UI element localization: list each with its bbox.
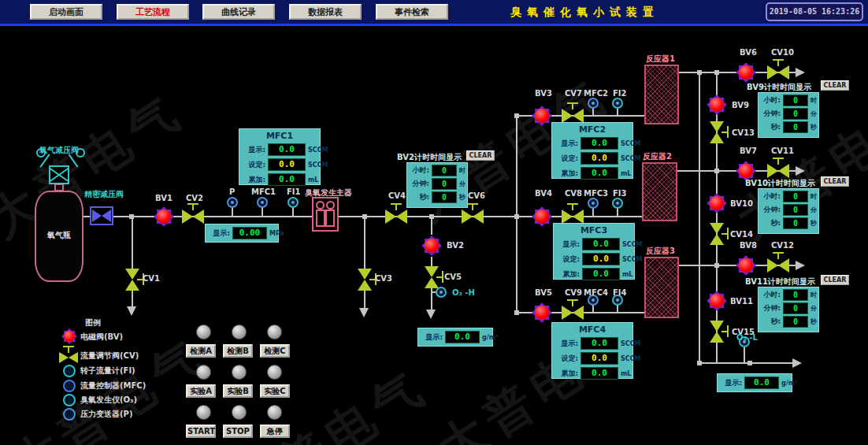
start-button[interactable]: START [186,425,216,438]
row-label: 显示: [421,332,443,343]
mfc2-sensor-icon [588,98,599,109]
row-label: 分钟: [760,205,781,215]
flow-arrow-down [127,306,136,316]
display-value: 0.0 [582,238,620,250]
bv11-timer-clear-button[interactable]: CLEAR [821,275,849,285]
mfc3-panel: MFC3 显示:0.0SCCM 设定:0.0SCCM 累加:0.0mL [553,223,635,280]
row-label: 累加: [556,269,580,280]
row-label: 累加: [242,175,265,185]
timer-value: 0 [783,121,808,133]
indicator-lamp-exp-a [196,365,211,380]
solenoid-valve-bv11[interactable] [706,290,728,312]
valve-label-cv7: CV7 [565,89,582,98]
nav-startup-screen[interactable]: 启动画面 [30,4,102,20]
indicator-lamp-stop [232,405,247,420]
row-label: 设定: [556,254,580,265]
sensor-label-p: P [229,187,235,196]
bv2-timer-clear-button[interactable]: CLEAR [466,150,495,161]
pipe-outlet [699,362,794,364]
solenoid-valve-bv4[interactable] [531,206,553,228]
timer-value: 0 [783,289,808,301]
detect-c-button[interactable]: 检测C [260,344,290,358]
row-unit: SCCM [308,146,328,154]
pipe-junction [714,169,719,173]
nav-curve-record[interactable]: 曲线记录 [202,4,275,20]
rotameter-icon [63,365,76,377]
row-unit: SCCM [621,355,640,362]
legend-item: 臭氧发生仪(O₃) [80,395,137,406]
stop-button[interactable]: STOP [223,425,253,438]
sensor-label-fi2: FI2 [613,89,627,98]
display-value: 0.0 [581,137,618,150]
setpoint-value[interactable]: 0.0 [268,158,306,171]
row-unit: mL [621,170,631,177]
nav-data-report[interactable]: 数据报表 [289,4,362,20]
mfc2-panel-title: MFC2 [552,123,632,135]
pipe-junction [697,361,702,365]
detect-b-button[interactable]: 检测B [223,344,253,358]
pipe-junction [714,263,719,268]
valve-label-cv11: CV11 [771,146,794,155]
timer-value: 0 [783,217,808,229]
valve-label-cv3: CV3 [375,274,392,283]
reactor-3-label: 反应器3 [646,246,675,257]
row-label: 累加: [555,169,578,179]
reactor-3 [644,257,679,318]
row-unit: 时 [811,291,817,299]
legend-item: 流量调节阀(CV) [80,350,139,362]
valve-label-bv4: BV4 [535,189,552,198]
pressure-transmitter-icon [227,197,238,208]
row-label: 显示: [555,139,578,149]
experiment-b-button[interactable]: 实验B [223,384,253,398]
row-unit: g/m³ [482,334,499,341]
timer-value: 0 [783,191,808,202]
solenoid-valve-bv5[interactable] [531,302,553,324]
setpoint-value[interactable]: 0.0 [582,253,620,265]
nav-event-search[interactable]: 事件检索 [376,4,448,20]
timer-value: 0 [432,191,457,203]
display-value: 0.0 [581,337,618,350]
row-unit: 秒 [811,219,817,228]
solenoid-valve-bv6[interactable] [735,61,757,83]
row-unit: mL [308,176,318,184]
fi1-rotameter-icon [287,197,299,208]
detect-a-button[interactable]: 检测A [186,344,216,358]
solenoid-valve-bv2[interactable] [421,235,443,257]
row-label: 秒: [760,122,781,132]
flow-arrow-right [796,261,805,270]
mfc-icon [63,380,76,392]
row-label: 累加: [555,369,578,379]
mfc2-panel: MFC2 显示:0.0SCCM 设定:0.0SCCM 累加:0.0mL [551,122,633,179]
solenoid-valve-icon [61,328,78,345]
timer-value: 0 [783,302,808,314]
control-valve-cv1 [125,269,139,291]
row-label: 设定: [555,354,578,364]
setpoint-value[interactable]: 0.0 [581,352,618,365]
valve-label-bv6: BV6 [740,48,757,57]
setpoint-value[interactable]: 0.0 [581,152,618,165]
row-unit: MPa [269,230,284,237]
solenoid-valve-bv10[interactable] [706,192,728,214]
pipe-junction [514,214,519,219]
pipe-junction [362,214,367,219]
solenoid-valve-bv9[interactable] [706,94,728,116]
row-label: 分钟: [409,179,429,189]
nav-process-flow[interactable]: 工艺流程 [117,4,189,20]
solenoid-valve-bv3[interactable] [531,105,553,127]
bv9-timer-clear-button[interactable]: CLEAR [821,80,849,91]
row-label: 分钟: [760,109,781,119]
row-label: 显示: [556,239,580,250]
bv10-timer-clear-button[interactable]: CLEAR [821,176,849,187]
sensor-label-o3-low: O₃ -L [736,333,758,342]
timer-value: 0 [783,108,808,120]
row-label: 分钟: [760,303,781,313]
row-label: 秒: [760,317,781,327]
emergency-stop-button[interactable]: 急停 [260,425,290,438]
solenoid-valve-bv8[interactable] [735,254,757,276]
ozone-outlet-display: 显示: 0.0 g/m³ [717,373,792,392]
experiment-c-button[interactable]: 实验C [260,384,290,398]
experiment-a-button[interactable]: 实验A [186,384,216,398]
valve-label-bv5: BV5 [535,288,552,297]
solenoid-valve-bv1[interactable] [153,206,175,228]
display-value: 0.0 [268,143,306,156]
